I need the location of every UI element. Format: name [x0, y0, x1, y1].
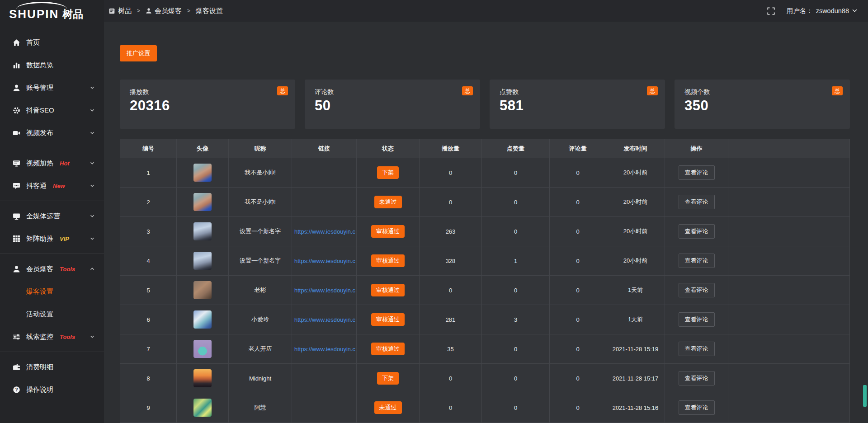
- stat-card-value: 350: [684, 98, 840, 114]
- sidebar-item-member-baoke[interactable]: 会员爆客Tools: [0, 258, 104, 280]
- sidebar-nav: 首页数据总览账号管理抖音SEO视频发布视频加热Hot抖客通New全媒体运营矩阵助…: [0, 25, 104, 401]
- status-button[interactable]: 审核通过: [371, 284, 405, 296]
- view-comments-button[interactable]: 查看评论: [679, 342, 715, 356]
- sidebar-divider: [0, 254, 104, 254]
- cell-link: [292, 158, 357, 188]
- cell-nickname: 老彬: [229, 276, 292, 305]
- cell-comments: 0: [550, 188, 606, 217]
- status-button[interactable]: 审核通过: [371, 313, 405, 326]
- cell-likes: 0: [482, 188, 550, 217]
- video-icon: [13, 129, 20, 137]
- cell-plays: 0: [420, 158, 482, 188]
- chevron-down-icon: [90, 160, 95, 166]
- status-button[interactable]: 下架: [377, 372, 399, 385]
- cell-plays: 281: [420, 305, 482, 334]
- column-header: 昵称: [229, 139, 292, 158]
- video-link[interactable]: https://www.iesdouyin.c: [292, 258, 356, 264]
- stat-card-plays-total: 播放数20316总: [120, 80, 295, 129]
- cell-nickname: 阿慧: [229, 393, 292, 423]
- cell-plays: 0: [420, 276, 482, 305]
- sidebar-item-douketong[interactable]: 抖客通New: [0, 174, 104, 197]
- sidebar-item-badge: VIP: [60, 235, 69, 242]
- sidebar-item-video-publish[interactable]: 视频发布: [0, 122, 104, 144]
- scrollbar-thumb[interactable]: [863, 385, 867, 407]
- status-button[interactable]: 未通过: [374, 196, 402, 208]
- sidebar-item-clue-monitor[interactable]: 线索监控Tools: [0, 325, 104, 348]
- cell-nickname: 我不是小帅!: [229, 188, 292, 217]
- view-comments-button[interactable]: 查看评论: [679, 400, 715, 415]
- view-comments-button[interactable]: 查看评论: [679, 283, 715, 297]
- grid-icon: [13, 235, 20, 243]
- cell-link: [292, 364, 357, 393]
- cell-id: 6: [120, 305, 177, 334]
- cell-comments: 0: [550, 276, 606, 305]
- topbar: 树品>会员爆客>爆客设置 用户名：zswodun88: [104, 0, 868, 22]
- view-comments-button[interactable]: 查看评论: [679, 254, 715, 268]
- status-button[interactable]: 下架: [377, 166, 399, 179]
- logo-brand-en: SHUPIN: [9, 7, 59, 21]
- sidebar-item-operation-guide[interactable]: ?操作说明: [0, 378, 104, 401]
- sidebar-item-label: 账号管理: [26, 84, 53, 92]
- chevron-up-icon: [90, 266, 95, 272]
- chevron-down-icon: [90, 130, 95, 136]
- video-link[interactable]: https://www.iesdouyin.c: [292, 287, 356, 294]
- cell-id: 7: [120, 334, 177, 364]
- chevron-down-icon: [90, 334, 95, 339]
- table-row: 2我不是小帅!未通过00020小时前查看评论: [120, 188, 850, 217]
- cell-comments: 0: [550, 305, 606, 334]
- video-link[interactable]: https://www.iesdouyin.c: [292, 316, 356, 323]
- cell-filler: [728, 305, 850, 334]
- sidebar-divider: [0, 148, 104, 148]
- cell-plays: 35: [420, 334, 482, 364]
- column-header: 发布时间: [606, 139, 665, 158]
- cell-action: 查看评论: [665, 246, 728, 276]
- status-button[interactable]: 审核通过: [371, 254, 405, 267]
- breadcrumb-item-member-baoke[interactable]: 会员爆客: [146, 7, 182, 15]
- status-button[interactable]: 未通过: [374, 401, 402, 414]
- chevron-down-icon: [90, 236, 95, 241]
- sidebar-item-video-heating[interactable]: 视频加热Hot: [0, 152, 104, 174]
- gear-icon: [13, 107, 20, 114]
- cell-filler: [728, 393, 850, 423]
- avatar: [193, 222, 212, 240]
- logo[interactable]: SHUPIN 树品: [0, 0, 104, 25]
- cell-likes: 0: [482, 334, 550, 364]
- view-comments-button[interactable]: 查看评论: [679, 165, 715, 180]
- column-header: 点赞量: [482, 139, 550, 158]
- promo-settings-button[interactable]: 推广设置: [120, 45, 157, 61]
- view-comments-button[interactable]: 查看评论: [679, 224, 715, 239]
- cell-filler: [728, 188, 850, 217]
- username-label: 用户名：: [787, 7, 813, 15]
- sidebar-item-label: 消费明细: [26, 363, 53, 371]
- sidebar-item-matrix-boost[interactable]: 矩阵助推VIP: [0, 227, 104, 250]
- stat-card-label: 评论数: [315, 88, 470, 96]
- cell-nickname: 设置一个新名字: [229, 217, 292, 246]
- cell-id: 3: [120, 217, 177, 246]
- view-comments-button[interactable]: 查看评论: [679, 312, 715, 327]
- sidebar-subitem-baoke-settings[interactable]: 爆客设置: [0, 280, 104, 303]
- column-header: 链接: [292, 139, 357, 158]
- cell-id: 8: [120, 364, 177, 393]
- video-link[interactable]: https://www.iesdouyin.c: [292, 346, 356, 352]
- breadcrumb-item-shupin[interactable]: 树品: [108, 7, 132, 15]
- sidebar-item-omni-media-operation[interactable]: 全媒体运营: [0, 205, 104, 227]
- view-comments-button[interactable]: 查看评论: [679, 371, 715, 385]
- sidebar-item-home[interactable]: 首页: [0, 31, 104, 54]
- status-button[interactable]: 审核通过: [371, 225, 405, 238]
- sidebar-item-data-overview[interactable]: 数据总览: [0, 54, 104, 76]
- status-button[interactable]: 审核通过: [371, 343, 405, 355]
- fullscreen-icon[interactable]: [767, 7, 775, 15]
- avatar: [193, 399, 212, 417]
- table-row: 3设置一个新名字https://www.iesdouyin.c审核通过26300…: [120, 217, 850, 246]
- cell-link: https://www.iesdouyin.c: [292, 334, 357, 364]
- sidebar-item-label: 会员爆客: [26, 265, 53, 273]
- stat-card-videos-total: 视频个数350总: [675, 80, 850, 129]
- sidebar-item-consumption-details[interactable]: 消费明细: [0, 356, 104, 378]
- sidebar-subitem-activity-settings[interactable]: 活动设置: [0, 303, 104, 325]
- sidebar-item-douyin-seo[interactable]: 抖音SEO: [0, 99, 104, 122]
- sidebar-item-account-management[interactable]: 账号管理: [0, 76, 104, 99]
- video-link[interactable]: https://www.iesdouyin.c: [292, 228, 356, 235]
- view-comments-button[interactable]: 查看评论: [679, 195, 715, 209]
- user-menu[interactable]: 用户名：zswodun88: [787, 7, 857, 15]
- cell-avatar: [177, 393, 229, 423]
